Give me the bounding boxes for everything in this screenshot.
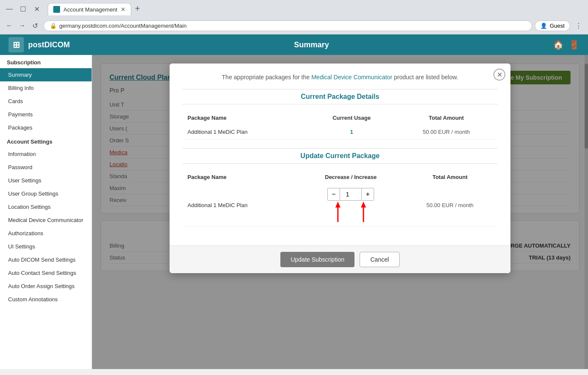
sidebar-custom-annotations-label: Custom Annotations <box>8 296 58 303</box>
sidebar-authorizations-label: Authorizations <box>8 230 43 237</box>
close-button[interactable]: ✕ <box>31 3 43 15</box>
sidebar-item-ui-settings[interactable]: UI Settings <box>0 240 92 253</box>
sidebar-item-cards[interactable]: Cards <box>0 95 92 108</box>
intro-text-before: The appropriate packages for the <box>222 74 311 81</box>
modal-body: The appropriate packages for the Medical… <box>170 63 510 245</box>
guest-label: Guest <box>550 23 565 29</box>
modal-overlay: ✕ The appropriate packages for the Medic… <box>92 55 588 369</box>
forward-button[interactable]: → <box>16 20 28 32</box>
sidebar-billing-info-label: Billing Info <box>8 85 34 91</box>
url-text: germany.postdicom.com/AccountManagement/… <box>59 23 526 29</box>
sidebar-password-label: Password <box>8 164 32 170</box>
nav-buttons: ← → ↺ <box>3 20 41 32</box>
sidebar-location-settings-label: Location Settings <box>8 204 51 210</box>
header-icons: 🏠 🚪 <box>553 40 579 50</box>
update-col-package-name: Package Name <box>182 170 299 184</box>
intro-text-after: product are listed below. <box>392 74 458 81</box>
current-total-amount: 50.00 EUR / month <box>395 124 498 140</box>
decrease-button[interactable]: − <box>327 188 340 201</box>
sidebar-payments-label: Payments <box>8 111 33 118</box>
tab-bar: Account Management ✕ + <box>44 3 147 15</box>
sidebar-item-auto-dicom[interactable]: Auto DICOM Send Settings <box>0 253 92 266</box>
sidebar-item-password[interactable]: Password <box>0 161 92 174</box>
sidebar-item-user-group-settings[interactable]: User Group Settings <box>0 187 92 200</box>
sidebar-item-information[interactable]: Information <box>0 147 92 161</box>
app-logo: ⊞ postDICOM <box>9 37 70 52</box>
update-package-title: Update Current Package <box>182 148 498 164</box>
modal-footer: Update Subscription Cancel <box>170 245 510 273</box>
app-header: ⊞ postDICOM Summary 🏠 🚪 <box>0 35 588 55</box>
sidebar-item-billing-info[interactable]: Billing Info <box>0 81 92 95</box>
guest-icon: 👤 <box>540 23 547 29</box>
sidebar-item-location-settings[interactable]: Location Settings <box>0 200 92 213</box>
update-subscription-button[interactable]: Update Subscription <box>280 252 355 267</box>
sidebar-packages-label: Packages <box>8 124 32 131</box>
close-icon: ✕ <box>497 71 502 79</box>
sidebar-medical-device-label: Medical Device Communicator <box>8 217 83 223</box>
col-package-name: Package Name <box>182 111 308 124</box>
current-package-name: Additional 1 MeDiC Plan <box>182 124 308 140</box>
sidebar-item-medical-device[interactable]: Medical Device Communicator <box>0 213 92 227</box>
address-bar: ← → ↺ 🔒 germany.postdicom.com/AccountMan… <box>0 18 588 34</box>
sidebar-item-auto-order[interactable]: Auto Order Assign Settings <box>0 280 92 293</box>
browser-controls: — ☐ ✕ <box>3 3 43 15</box>
sidebar-auto-contact-label: Auto Contact Send Settings <box>8 270 76 276</box>
cancel-button[interactable]: Cancel <box>360 252 400 267</box>
sidebar-item-summary[interactable]: Summary <box>0 68 92 81</box>
intro-highlight: Medical Device Communicator <box>311 74 392 81</box>
quantity-input[interactable] <box>340 188 361 201</box>
sidebar-information-label: Information <box>8 151 36 157</box>
new-tab-button[interactable]: + <box>131 3 143 14</box>
update-package-name: Additional 1 MeDiC Plan <box>182 184 299 227</box>
sidebar-item-packages[interactable]: Packages <box>0 121 92 134</box>
sidebar-auto-order-label: Auto Order Assign Settings <box>8 283 75 289</box>
current-usage-value: 1 <box>308 124 395 140</box>
current-package-row: Additional 1 MeDiC Plan 1 50.00 EUR / mo… <box>182 124 498 140</box>
arrows-container <box>304 201 397 222</box>
svg-marker-1 <box>335 202 340 208</box>
more-options-button[interactable]: ⋮ <box>573 20 585 32</box>
sidebar-cards-label: Cards <box>8 98 23 104</box>
browser-tab[interactable]: Account Management ✕ <box>48 3 131 15</box>
quantity-control: − + <box>304 188 397 201</box>
sidebar-item-user-settings[interactable]: User Settings <box>0 174 92 187</box>
sidebar-summary-label: Summary <box>8 72 32 78</box>
tab-favicon <box>53 6 60 13</box>
sidebar-auto-dicom-label: Auto DICOM Send Settings <box>8 257 75 263</box>
sidebar-user-group-settings-label: User Group Settings <box>8 190 58 197</box>
subscription-section-title: Subscription <box>0 55 92 68</box>
sidebar-item-payments[interactable]: Payments <box>0 108 92 121</box>
sidebar-item-auto-contact[interactable]: Auto Contact Send Settings <box>0 266 92 280</box>
account-settings-section-title: Account Settings <box>0 134 92 147</box>
maximize-button[interactable]: ☐ <box>17 3 29 15</box>
modal-intro: The appropriate packages for the Medical… <box>182 74 498 81</box>
app-body: Subscription Summary Billing Info Cards … <box>0 55 588 369</box>
back-button[interactable]: ← <box>3 20 15 32</box>
update-col-decrease-increase: Decrease / Increase <box>299 170 402 184</box>
main-content: Current Cloud Plan: Change My Subscripti… <box>92 55 588 369</box>
logo-text: postDICOM <box>28 40 70 49</box>
current-package-table: Package Name Current Usage Total Amount … <box>182 111 498 140</box>
red-arrows-svg <box>325 201 376 222</box>
update-col-total-amount: Total Amount <box>402 170 498 184</box>
col-current-usage: Current Usage <box>308 111 395 124</box>
tab-title: Account Management <box>63 6 117 13</box>
sidebar-item-custom-annotations[interactable]: Custom Annotations <box>0 293 92 306</box>
subscription-modal: ✕ The appropriate packages for the Medic… <box>170 63 510 273</box>
tab-close-icon[interactable]: ✕ <box>121 6 126 13</box>
increase-button[interactable]: + <box>361 188 374 201</box>
app: ⊞ postDICOM Summary 🏠 🚪 Subscription Sum… <box>0 35 588 369</box>
quantity-cell: − + <box>299 184 402 227</box>
update-total-amount: 50.00 EUR / month <box>402 184 498 227</box>
home-icon[interactable]: 🏠 <box>553 40 564 50</box>
logout-icon[interactable]: 🚪 <box>569 40 579 50</box>
refresh-button[interactable]: ↺ <box>29 20 41 32</box>
sidebar: Subscription Summary Billing Info Cards … <box>0 55 92 369</box>
minimize-button[interactable]: — <box>3 3 15 15</box>
modal-close-button[interactable]: ✕ <box>493 69 505 81</box>
guest-button[interactable]: 👤 Guest <box>535 20 570 31</box>
sidebar-item-authorizations[interactable]: Authorizations <box>0 227 92 240</box>
address-input[interactable]: 🔒 germany.postdicom.com/AccountManagemen… <box>43 20 532 31</box>
col-total-amount: Total Amount <box>395 111 498 124</box>
svg-marker-3 <box>361 202 366 208</box>
